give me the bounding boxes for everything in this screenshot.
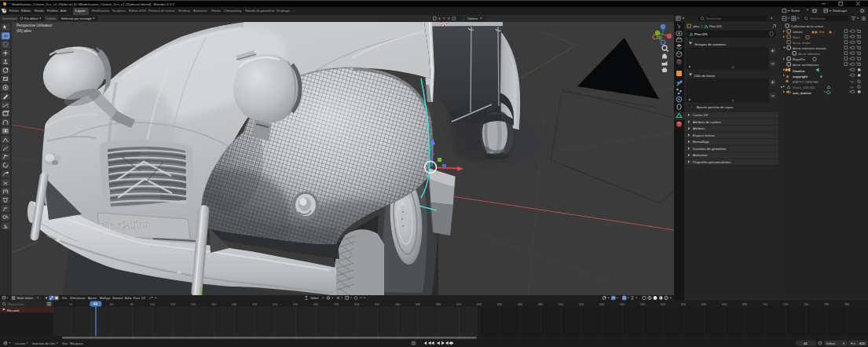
svg-text:Vue: Vue (62, 297, 67, 300)
svg-text:Fin: Fin (851, 342, 855, 345)
svg-text:Résumé: Résumé (7, 309, 20, 312)
svg-text:Fichier: Fichier (9, 9, 20, 13)
svg-text:620: 620 (681, 302, 687, 306)
svg-text:300: 300 (354, 302, 360, 306)
svg-text:Sculpture: Sculpture (112, 9, 126, 13)
svg-text:Plan.005: Plan.005 (709, 24, 723, 28)
svg-text:Groupes de sommets: Groupes de sommets (694, 42, 726, 46)
svg-text:Début: Début (826, 342, 836, 345)
svg-text:Orientation:: Orientation: (2, 17, 18, 20)
svg-text:Sommet: Sommet (112, 297, 123, 300)
svg-text:520: 520 (579, 302, 584, 306)
svg-text:100: 100 (150, 302, 156, 306)
svg-text:640: 640 (701, 302, 707, 306)
svg-text:Caméra: Caméra (793, 69, 805, 73)
svg-text:44: 44 (93, 302, 98, 306)
svg-text:Maillage: Maillage (100, 297, 110, 300)
svg-text:Global: Global (310, 297, 319, 300)
svg-text:540: 540 (599, 302, 605, 306)
svg-text:240: 240 (293, 302, 298, 306)
svg-text:200: 200 (252, 302, 258, 306)
svg-text:Face: Face (134, 297, 140, 300)
svg-text:Rechercher: Rechercher (8, 302, 24, 306)
svg-text:440: 440 (497, 302, 503, 306)
svg-text:660: 660 (722, 302, 727, 306)
svg-text:Édition d'UV: Édition d'UV (129, 9, 146, 13)
svg-text:Plan.005: Plan.005 (694, 32, 708, 36)
svg-text:Attributs: Attributs (693, 126, 705, 130)
svg-text:ViewLayer: ViewLayer (833, 9, 848, 13)
svg-text:760: 760 (824, 302, 830, 306)
svg-text:700: 700 (763, 302, 768, 306)
svg-text:Rendu: Rendu (35, 9, 44, 13)
svg-text:340: 340 (395, 302, 401, 306)
svg-text:Peinture de texture: Peinture de texture (148, 9, 176, 13)
svg-text:Shading: Shading (178, 9, 190, 13)
svg-text:decor architecture: decor architecture (793, 63, 819, 67)
svg-text:Aide: Aide (60, 9, 68, 13)
svg-text:Lecture: Lecture (15, 342, 26, 345)
svg-text:20: 20 (69, 302, 73, 306)
svg-text:680: 680 (742, 302, 748, 306)
svg-text:180: 180 (232, 302, 237, 306)
svg-text:decor exterieur: decor exterieur (798, 52, 821, 56)
svg-text:140: 140 (191, 302, 196, 306)
svg-text:Insertion de clés: Insertion de clés (32, 342, 55, 345)
svg-text:780: 780 (844, 302, 850, 306)
svg-text:Nœuds de géométrie: Nœuds de géométrie (245, 9, 275, 13)
svg-text:Scriptage: Scriptage (277, 9, 291, 13)
svg-text:Vue: Vue (62, 342, 68, 345)
svg-text:Attributs de couleur: Attributs de couleur (693, 120, 722, 124)
svg-text:44: 44 (804, 342, 808, 345)
svg-text:480: 480 (538, 302, 544, 306)
svg-text:Ajouter position de repos: Ajouter position de repos (697, 105, 733, 109)
svg-text:Marqueur: Marqueur (70, 342, 84, 345)
svg-text:Données de géométrie: Données de géométrie (693, 147, 727, 151)
svg-text:420: 420 (477, 302, 482, 306)
svg-text:560: 560 (620, 302, 625, 306)
svg-text:voiture: voiture (793, 30, 803, 34)
svg-text:580: 580 (640, 302, 646, 306)
svg-text:(64) ailes: (64) ailes (16, 29, 32, 33)
svg-text:Fenêtre: Fenêtre (47, 9, 59, 13)
svg-text:Traînée:: Traînée: (46, 17, 57, 20)
svg-text:UV: UV (141, 297, 146, 300)
svg-text:* Modélisation_Citroen_2cv_v1-: * Modélisation_Citroen_2cv_v1-25(decor) … (9, 2, 174, 6)
svg-text:ailes: ailes (693, 24, 699, 28)
svg-text:Édition: Édition (21, 9, 31, 13)
svg-text:60: 60 (110, 302, 114, 306)
svg-text:120: 120 (170, 302, 176, 306)
svg-text:Rechercher: Rechercher (706, 17, 722, 20)
svg-text:decor exterieur maison: decor exterieur maison (793, 46, 826, 50)
svg-text:Sélection par rectangle: Sélection par rectangle (61, 17, 92, 20)
svg-text:Perspective Utilisateur: Perspective Utilisateur (16, 24, 53, 27)
svg-text:320: 320 (375, 302, 380, 306)
svg-text:260: 260 (313, 302, 319, 306)
svg-text:Clés de forme: Clés de forme (694, 74, 716, 78)
svg-text:Sélectionner: Sélectionner (70, 297, 86, 300)
svg-text:a: a (820, 74, 822, 79)
svg-text:460: 460 (518, 302, 523, 306)
svg-text:Animation: Animation (693, 153, 708, 157)
svg-text:Grass_045.002: Grass_045.002 (793, 86, 815, 89)
svg-text:280: 280 (334, 302, 339, 306)
svg-text:▣▣: ▣▣ (811, 30, 818, 34)
svg-text:Arête: Arête (125, 297, 132, 300)
svg-text:Mode édition: Mode édition (17, 297, 34, 300)
svg-text:Saut: Saut (793, 35, 800, 39)
svg-text:Modélisation: Modélisation (92, 9, 109, 13)
svg-text:Remaillage: Remaillage (693, 140, 710, 144)
svg-text:360: 360 (416, 302, 421, 306)
svg-text:Rendu: Rendu (211, 9, 221, 13)
svg-text:220: 220 (273, 302, 278, 306)
svg-text:Compositing: Compositing (224, 9, 241, 13)
svg-text:Rechercher: Rechercher (810, 17, 826, 20)
svg-text:720: 720 (783, 302, 789, 306)
svg-text:decor studio: decor studio (793, 41, 811, 45)
svg-text:son_moteur: son_moteur (793, 91, 811, 95)
svg-text:Animation: Animation (193, 9, 207, 13)
svg-text:a: a (786, 74, 789, 79)
svg-text:600: 600 (661, 302, 666, 306)
svg-text:400: 400 (456, 302, 462, 306)
svg-text:BagaPie: BagaPie (793, 57, 806, 61)
